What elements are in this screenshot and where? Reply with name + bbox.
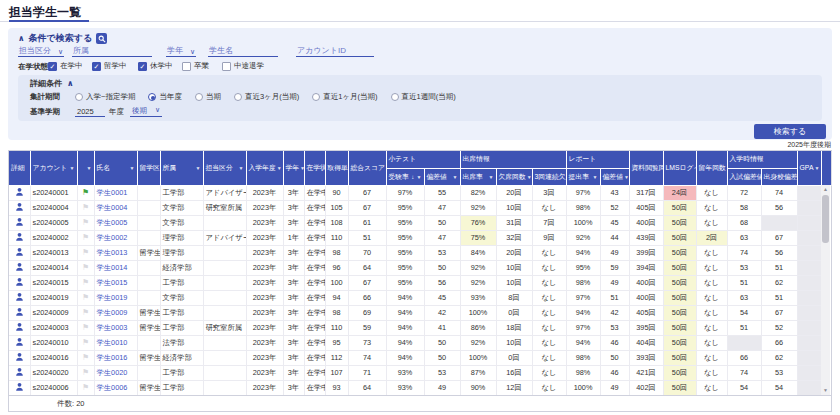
funnel-filter-icon[interactable]: ▼ <box>453 174 458 180</box>
status-checkbox-4[interactable]: 中途退学 <box>222 61 264 71</box>
radio-icon[interactable] <box>148 93 156 101</box>
student-name-link[interactable]: 学生0001 <box>97 188 128 197</box>
checkbox-icon[interactable]: ✓ <box>48 62 57 71</box>
radio-icon[interactable] <box>234 93 242 101</box>
period-radio-4[interactable]: 直近1ヶ月(当期) <box>312 92 377 102</box>
col-header-gpa[interactable]: GPA▼ <box>797 151 821 185</box>
detail-button[interactable] <box>9 215 30 230</box>
period-radio-3[interactable]: 直近3ヶ月(当期) <box>234 92 299 102</box>
student-name-link[interactable]: 学生0020 <box>97 368 128 377</box>
col-header-status[interactable]: 在学状態▼ <box>304 151 325 185</box>
col-header-name[interactable]: 氏名▼ <box>94 151 137 185</box>
student-name-link[interactable]: 学生0005 <box>97 218 128 227</box>
funnel-filter-icon[interactable]: ▼ <box>277 165 282 171</box>
radio-icon[interactable] <box>312 93 320 101</box>
period-radio-1[interactable]: 当年度 <box>148 92 182 102</box>
col-header-repeat[interactable]: 留年回数▼ <box>696 151 727 185</box>
flag-cell[interactable]: ⚑ <box>77 185 94 200</box>
col-header-role[interactable]: 担当区分▼ <box>203 151 246 185</box>
flag-cell[interactable]: ⚑ <box>77 350 94 365</box>
status-checkbox-3[interactable]: 卒業 <box>182 61 209 71</box>
flag-cell[interactable]: ⚑ <box>77 305 94 320</box>
radio-icon[interactable] <box>195 93 203 101</box>
col-header-flagcol[interactable]: ▼ <box>77 151 94 185</box>
status-checkbox-2[interactable]: ✓休学中 <box>138 61 173 71</box>
period-radio-5[interactable]: 直近1週間(当期) <box>391 92 456 102</box>
period-radio-0[interactable]: 入学~指定学期 <box>75 92 135 102</box>
col-header-dept[interactable]: 所属▼ <box>160 151 203 185</box>
scroll-down-icon[interactable]: ▼ <box>821 386 830 395</box>
radio-icon[interactable] <box>391 93 399 101</box>
detail-button[interactable] <box>9 230 30 245</box>
col-header-abroad[interactable]: 留学区分▼ <box>137 151 160 185</box>
col-header-att_rate[interactable]: 出席率▼ <box>460 168 496 185</box>
flag-cell[interactable]: ⚑ <box>77 335 94 350</box>
sort-desc-icon[interactable]: ↓ <box>411 174 414 180</box>
funnel-filter-icon[interactable]: ▼ <box>70 165 75 171</box>
funnel-filter-icon[interactable]: ▼ <box>814 165 819 171</box>
funnel-filter-icon[interactable]: ▼ <box>624 174 629 180</box>
col-header-consec[interactable]: 3回連続欠席▼ <box>532 168 566 185</box>
checkbox-icon[interactable] <box>222 62 231 71</box>
detail-button[interactable] <box>9 380 30 395</box>
student-name-link[interactable]: 学生0010 <box>97 338 128 347</box>
term-select[interactable]: 後期 ∨ <box>130 106 162 117</box>
col-header-grade[interactable]: 学年▼ <box>283 151 304 185</box>
detail-button[interactable] <box>9 365 30 380</box>
period-radio-2[interactable]: 当期 <box>195 92 221 102</box>
student-name-link[interactable]: 学生0019 <box>97 293 128 302</box>
search-submit-button[interactable]: 検索する <box>754 124 826 139</box>
flag-cell[interactable]: ⚑ <box>77 260 94 275</box>
student-name-link[interactable]: 学生0016 <box>97 353 128 362</box>
status-checkbox-1[interactable]: ✓留学中 <box>92 61 127 71</box>
funnel-filter-icon[interactable]: ▼ <box>239 165 244 171</box>
radio-icon[interactable] <box>75 93 83 101</box>
funnel-filter-icon[interactable]: ▼ <box>87 165 92 171</box>
col-header-exam_dev[interactable]: 入試偏差値▼ <box>727 168 761 185</box>
flag-cell[interactable]: ⚑ <box>77 290 94 305</box>
detail-button[interactable] <box>9 335 30 350</box>
chevron-up-icon[interactable]: ∧ <box>67 79 74 88</box>
col-header-school_dev[interactable]: 出身校偏差値▼ <box>761 168 797 185</box>
col-header-rep_rate[interactable]: 提出率▼ <box>566 168 600 185</box>
funnel-filter-icon[interactable]: ▼ <box>196 165 201 171</box>
col-header-admission[interactable]: 入学年度▼ <box>246 151 283 185</box>
scroll-up-icon[interactable]: ▲ <box>821 185 830 194</box>
student-name-input[interactable]: 学生名 <box>208 43 278 57</box>
account-id-input[interactable]: アカウントID <box>296 43 374 57</box>
detail-button[interactable] <box>9 305 30 320</box>
student-name-link[interactable]: 学生0013 <box>97 248 128 257</box>
col-header-lms[interactable]: LMSログイン▼ <box>663 151 696 185</box>
role-filter-select[interactable]: 担当区分 ∨ <box>18 43 64 57</box>
detail-button[interactable] <box>9 320 30 335</box>
funnel-filter-icon[interactable]: ▼ <box>300 165 304 171</box>
funnel-filter-icon[interactable]: ▼ <box>527 174 532 180</box>
col-header-absences[interactable]: 欠席回数▼ <box>496 168 532 185</box>
status-checkbox-0[interactable]: ✓在学中 <box>48 61 83 71</box>
flag-cell[interactable]: ⚑ <box>77 365 94 380</box>
detail-button[interactable] <box>9 350 30 365</box>
flag-cell[interactable]: ⚑ <box>77 200 94 215</box>
detail-button[interactable] <box>9 185 30 200</box>
col-header-views[interactable]: 資料閲覧回数▼ <box>629 151 663 185</box>
col-header-quiz_dev[interactable]: 偏差値▼ <box>424 168 460 185</box>
student-name-link[interactable]: 学生0015 <box>97 278 128 287</box>
flag-cell[interactable]: ⚑ <box>77 215 94 230</box>
col-header-rep_dev[interactable]: 偏差値▼ <box>600 168 629 185</box>
col-header-quiz_rate[interactable]: 受験率↓▼ <box>386 168 424 185</box>
chevron-up-icon[interactable]: ∧ <box>18 34 25 43</box>
detail-button[interactable] <box>9 275 30 290</box>
flag-cell[interactable]: ⚑ <box>77 380 94 395</box>
vertical-scrollbar[interactable]: ▲ ▼ <box>821 185 830 395</box>
student-name-link[interactable]: 学生0004 <box>97 203 128 212</box>
funnel-filter-icon[interactable]: ▼ <box>489 174 494 180</box>
funnel-filter-icon[interactable]: ▼ <box>130 165 135 171</box>
checkbox-icon[interactable] <box>182 62 191 71</box>
flag-cell[interactable]: ⚑ <box>77 245 94 260</box>
student-name-link[interactable]: 学生0014 <box>97 263 128 272</box>
detail-button[interactable] <box>9 260 30 275</box>
funnel-filter-icon[interactable]: ▼ <box>593 174 598 180</box>
checkbox-icon[interactable]: ✓ <box>92 62 101 71</box>
col-header-score[interactable]: 総合スコア▼ <box>348 151 386 185</box>
student-name-link[interactable]: 学生0002 <box>97 233 128 242</box>
